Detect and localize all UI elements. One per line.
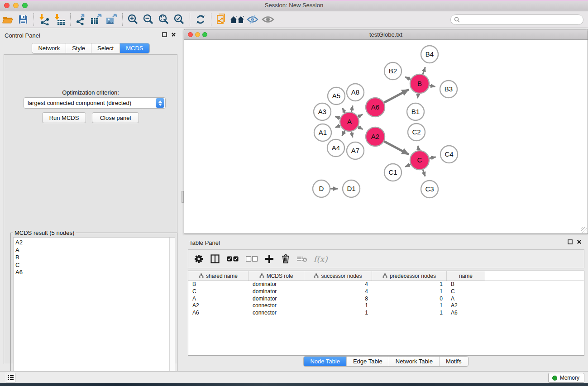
node-A5[interactable]: A5 <box>328 87 345 105</box>
node-B[interactable]: B <box>410 74 429 93</box>
function-builder-icon[interactable]: f(x) <box>311 252 330 266</box>
column-header-successor-nodes[interactable]: successor nodes <box>304 271 372 281</box>
node-B4[interactable]: B4 <box>421 46 438 63</box>
deselect-all-icon[interactable] <box>244 252 260 266</box>
cell-successor-nodes[interactable]: 1 <box>304 302 372 310</box>
result-item[interactable]: C <box>15 262 175 269</box>
table-row[interactable]: Cdominator41C <box>188 288 584 295</box>
add-column-icon[interactable] <box>263 252 276 266</box>
node-D1[interactable]: D1 <box>343 180 360 197</box>
column-header-MCDS-role[interactable]: MCDS role <box>249 271 304 281</box>
cell-predecessor-nodes[interactable]: 1 <box>372 310 447 317</box>
network-window-titlebar[interactable]: testGlobe.txt <box>184 29 588 40</box>
search-input[interactable] <box>462 16 575 23</box>
node-C2[interactable]: C2 <box>408 124 425 141</box>
cell-MCDS-role[interactable]: dominator <box>249 281 304 288</box>
float-panel-icon[interactable] <box>162 32 167 37</box>
table-mode-gear-icon[interactable] <box>192 252 206 266</box>
node-C1[interactable]: C1 <box>384 164 402 181</box>
cell-name[interactable]: C <box>447 288 485 295</box>
cell-shared-name[interactable]: A6 <box>188 310 249 317</box>
node-table[interactable]: shared nameMCDS rolesuccessor nodesprede… <box>188 271 584 356</box>
node-C4[interactable]: C4 <box>440 146 458 163</box>
result-item[interactable]: A6 <box>15 269 175 276</box>
node-A7[interactable]: A7 <box>347 142 364 159</box>
node-A6[interactable]: A6 <box>366 98 385 117</box>
network-canvas[interactable]: B4B2BB3A5A8A6A3B1AA1C2A2A4A7C4CC1C3DD1 <box>184 40 588 234</box>
edge-A-A5[interactable] <box>343 108 345 113</box>
node-C[interactable]: C <box>410 151 429 170</box>
node-A8[interactable]: A8 <box>347 84 364 101</box>
close-panel-button[interactable]: Close panel <box>92 112 139 123</box>
node-A[interactable]: A <box>340 112 359 131</box>
edge-A-A8[interactable] <box>351 105 353 112</box>
delete-table-icon[interactable] <box>295 252 309 266</box>
cell-MCDS-role[interactable]: connector <box>249 310 304 317</box>
cell-shared-name[interactable]: A2 <box>188 302 249 310</box>
task-history-button[interactable] <box>6 373 15 382</box>
tab-motifs[interactable]: Motifs <box>440 357 468 366</box>
cell-predecessor-nodes[interactable]: 1 <box>372 281 447 288</box>
network-graph[interactable]: B4B2BB3A5A8A6A3B1AA1C2A2A4A7C4CC1C3DD1 <box>184 40 588 234</box>
cell-successor-nodes[interactable]: 4 <box>304 288 372 295</box>
float-table-panel-icon[interactable] <box>568 239 573 244</box>
node-B2[interactable]: B2 <box>384 62 402 80</box>
edge-A-A7[interactable] <box>351 132 353 138</box>
node-D[interactable]: D <box>313 180 330 197</box>
cell-MCDS-role[interactable]: connector <box>249 302 304 310</box>
node-A4[interactable]: A4 <box>327 139 344 157</box>
cell-name[interactable]: A <box>447 295 485 303</box>
edge-A-A3[interactable] <box>335 116 340 118</box>
tab-style[interactable]: Style <box>66 43 91 53</box>
edge-C-C3[interactable] <box>423 170 425 176</box>
zoom-selected-icon[interactable] <box>172 13 187 26</box>
export-network-icon[interactable] <box>73 13 89 26</box>
cell-shared-name[interactable]: C <box>188 288 249 295</box>
tab-mcds[interactable]: MCDS <box>120 43 149 53</box>
cell-successor-nodes[interactable]: 1 <box>304 310 372 317</box>
zoom-fit-icon[interactable] <box>156 13 172 26</box>
cell-shared-name[interactable]: A <box>188 295 249 303</box>
cell-shared-name[interactable]: B <box>188 281 249 288</box>
cell-predecessor-nodes[interactable]: 0 <box>372 295 447 303</box>
node-A3[interactable]: A3 <box>314 103 331 120</box>
column-header-shared-name[interactable]: shared name <box>188 271 249 281</box>
edge-C-C4[interactable] <box>430 157 436 158</box>
edge-A-A1[interactable] <box>335 125 340 127</box>
tab-node-table[interactable]: Node Table <box>304 357 347 366</box>
export-table-icon[interactable] <box>89 13 104 26</box>
tab-network[interactable]: Network <box>32 43 66 53</box>
edge-A-A6[interactable] <box>358 114 363 117</box>
node-A2[interactable]: A2 <box>366 127 385 146</box>
zoom-in-icon[interactable] <box>125 13 141 26</box>
edge-A-A4[interactable] <box>342 131 345 136</box>
cell-predecessor-nodes[interactable]: 1 <box>372 302 447 310</box>
node-C3[interactable]: C3 <box>421 181 438 198</box>
column-header-predecessor-nodes[interactable]: predecessor nodes <box>372 271 447 281</box>
edge-B-B3[interactable] <box>430 86 435 86</box>
table-row[interactable]: Bdominator41B <box>188 281 584 288</box>
resize-grip-icon[interactable] <box>581 227 587 233</box>
cell-name[interactable]: A2 <box>447 302 485 310</box>
save-session-icon[interactable] <box>15 13 31 26</box>
cell-successor-nodes[interactable]: 4 <box>304 281 372 288</box>
show-columns-icon[interactable] <box>208 252 222 266</box>
run-mcds-button[interactable]: Run MCDS <box>42 112 86 123</box>
import-table-icon[interactable] <box>52 13 67 26</box>
open-session-icon[interactable] <box>0 13 15 26</box>
tab-network-table[interactable]: Network Table <box>389 357 440 366</box>
result-item[interactable]: B <box>15 254 175 262</box>
table-row[interactable]: A2connector11A2 <box>188 302 584 310</box>
node-B3[interactable]: B3 <box>440 81 457 98</box>
result-item[interactable]: A <box>15 247 175 254</box>
cell-name[interactable]: B <box>447 281 485 288</box>
cell-MCDS-role[interactable]: dominator <box>249 295 304 303</box>
hide-details-icon[interactable] <box>245 13 260 26</box>
table-row[interactable]: A6connector11A6 <box>188 310 584 317</box>
export-image-icon[interactable] <box>104 13 120 26</box>
result-list-scrollbar[interactable] <box>169 238 175 386</box>
tab-edge-table[interactable]: Edge Table <box>347 357 389 366</box>
edge-A2-C[interactable] <box>384 141 409 154</box>
close-table-panel-icon[interactable] <box>577 239 582 244</box>
close-panel-icon[interactable] <box>171 32 176 37</box>
